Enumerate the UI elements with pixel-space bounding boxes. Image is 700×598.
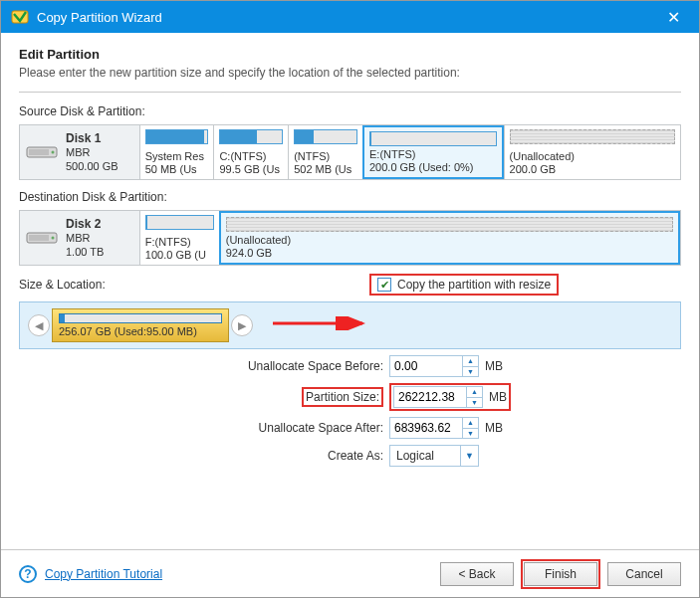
app-logo-icon — [11, 8, 29, 26]
after-input[interactable]: ▲▼ — [389, 417, 479, 439]
spinner-down-icon[interactable]: ▼ — [467, 398, 482, 408]
svg-rect-5 — [29, 235, 49, 241]
size-location-label: Size & Location: — [19, 278, 369, 292]
page-subheading: Please enter the new partition size and … — [19, 66, 681, 80]
copy-resize-checkbox[interactable]: ✔ — [377, 278, 391, 292]
dest-disk-row: Disk 2MBR1.00 TBF:(NTFS)100.0 GB (U(Unal… — [19, 210, 681, 266]
spinner-up-icon[interactable]: ▲ — [463, 418, 478, 429]
cancel-button[interactable]: Cancel — [607, 562, 681, 586]
partition-bar-unallocated — [510, 129, 675, 144]
arrow-icon — [273, 316, 372, 334]
svg-point-6 — [52, 237, 55, 240]
psize-input[interactable]: ▲▼ — [393, 386, 483, 408]
spinner-down-icon[interactable]: ▼ — [463, 367, 478, 377]
close-button[interactable]: ✕ — [657, 1, 689, 33]
psize-input-highlight: ▲▼ MB — [389, 383, 511, 411]
create-as-label: Create As: — [19, 449, 389, 463]
unit-label: MB — [485, 359, 503, 373]
titlebar: Copy Partition Wizard ✕ — [1, 1, 699, 33]
svg-rect-2 — [29, 149, 49, 155]
chevron-down-icon[interactable]: ▼ — [460, 446, 478, 466]
partition-cell[interactable]: (Unallocated)924.0 GB — [219, 211, 680, 265]
partition-bar — [369, 131, 497, 146]
disk-info: Disk 1MBR500.00 GB — [66, 131, 118, 173]
disk-cell: Disk 1MBR500.00 GB — [20, 125, 139, 179]
disk-icon — [26, 142, 58, 162]
partition-meta: F:(NTFS)100.0 GB (U — [145, 236, 214, 262]
finish-button[interactable]: Finish — [524, 562, 597, 586]
slider-handle-right[interactable]: ▶ — [231, 314, 253, 336]
disk-cell: Disk 2MBR1.00 TB — [20, 211, 139, 265]
source-disk-row: Disk 1MBR500.00 GBSystem Res50 MB (UsC:(… — [19, 124, 681, 180]
psize-label-highlight: Partition Size: — [302, 387, 383, 407]
tutorial-link[interactable]: Copy Partition Tutorial — [45, 567, 162, 581]
spinner-down-icon[interactable]: ▼ — [463, 429, 478, 439]
back-button[interactable]: < Back — [440, 562, 514, 586]
help-icon[interactable]: ? — [19, 565, 37, 583]
slider-usage-bar — [59, 313, 222, 323]
footer: ? Copy Partition Tutorial < Back Finish … — [1, 549, 699, 597]
partition-bar-unallocated — [226, 217, 673, 232]
before-input[interactable]: ▲▼ — [389, 355, 479, 377]
psize-label: Partition Size: — [306, 390, 379, 404]
slider-handle-left[interactable]: ◀ — [28, 314, 50, 336]
partition-bar — [145, 215, 214, 230]
page-heading: Edit Partition — [19, 47, 681, 62]
partition-meta: E:(NTFS)200.0 GB (Used: 0%) — [369, 148, 497, 174]
slider-caption: 256.07 GB (Used:95.00 MB) — [59, 325, 222, 337]
partition-cell[interactable]: F:(NTFS)100.0 GB (U — [139, 211, 219, 265]
slider-partition-block[interactable]: 256.07 GB (Used:95.00 MB) — [52, 308, 229, 342]
partition-bar — [294, 129, 357, 144]
partition-cell[interactable]: System Res50 MB (Us — [139, 125, 214, 179]
partition-meta: (Unallocated)924.0 GB — [226, 234, 673, 260]
dest-label: Destination Disk & Partition: — [19, 190, 681, 204]
spinner-up-icon[interactable]: ▲ — [463, 356, 478, 367]
copy-resize-label: Copy the partition with resize — [397, 278, 551, 292]
spinner-up-icon[interactable]: ▲ — [467, 387, 482, 398]
partition-cell[interactable]: (NTFS)502 MB (Us — [288, 125, 362, 179]
partition-meta: System Res50 MB (Us — [145, 150, 209, 176]
before-label: Unallocate Space Before: — [19, 359, 389, 373]
create-as-select[interactable]: Logical ▼ — [389, 445, 479, 467]
window-title: Copy Partition Wizard — [37, 10, 657, 25]
after-label: Unallocate Space After: — [19, 421, 389, 435]
partition-slider[interactable]: ◀ 256.07 GB (Used:95.00 MB) ▶ — [19, 301, 681, 349]
source-label: Source Disk & Partition: — [19, 104, 681, 118]
svg-point-3 — [52, 151, 55, 154]
partition-bar — [145, 129, 209, 144]
partition-meta: (NTFS)502 MB (Us — [294, 150, 357, 176]
copy-resize-checkbox-highlight: ✔ Copy the partition with resize — [369, 274, 559, 296]
partition-meta: C:(NTFS)99.5 GB (Us — [219, 150, 283, 176]
partition-cell[interactable]: C:(NTFS)99.5 GB (Us — [213, 125, 288, 179]
unit-label: MB — [485, 421, 503, 435]
create-as-value: Logical — [390, 449, 460, 463]
divider — [19, 92, 681, 93]
partition-cell[interactable]: E:(NTFS)200.0 GB (Used: 0%) — [362, 125, 504, 179]
disk-icon — [26, 228, 58, 248]
partition-meta: (Unallocated)200.0 GB — [510, 150, 675, 176]
partition-bar — [219, 129, 283, 144]
partition-cell[interactable]: (Unallocated)200.0 GB — [504, 125, 680, 179]
disk-info: Disk 2MBR1.00 TB — [66, 217, 104, 259]
unit-label: MB — [489, 390, 507, 404]
